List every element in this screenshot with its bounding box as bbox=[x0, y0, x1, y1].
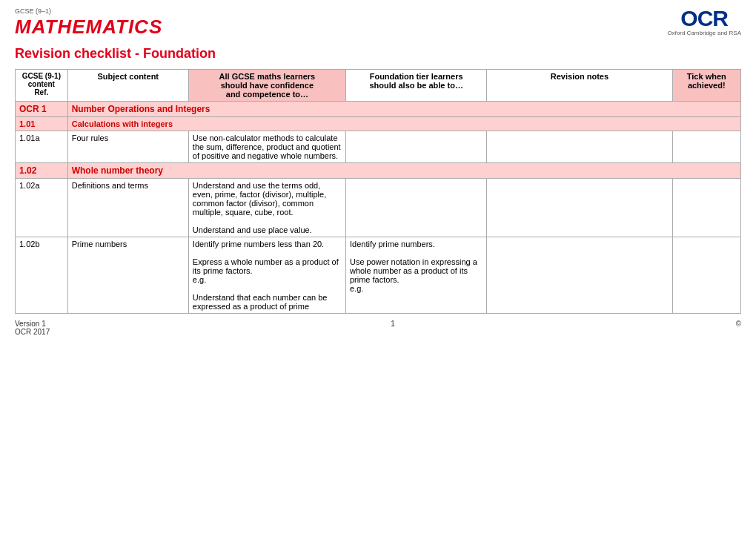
ocr-logo: OCR Oxford Cambridge and RSA bbox=[667, 7, 741, 36]
data-revision bbox=[487, 131, 672, 162]
gcse-label: GCSE (9–1) bbox=[15, 7, 162, 16]
data-all: Identify prime numbers less than 20.Expr… bbox=[188, 237, 345, 313]
ocr-subtitle: Oxford Cambridge and RSA bbox=[667, 30, 741, 36]
data-all: Understand and use the terms odd, even, … bbox=[188, 178, 345, 237]
data-ref: 1.01a bbox=[16, 131, 68, 162]
header: GCSE (9–1) MATHEMATICS OCR Oxford Cambri… bbox=[15, 7, 741, 39]
footer-center: 1 bbox=[50, 320, 735, 336]
data-foundation bbox=[345, 131, 486, 162]
col-header-subject: Subject content bbox=[67, 69, 188, 101]
table-row: OCR 1 Number Operations and Integers bbox=[16, 101, 741, 116]
col-header-all: All GCSE maths learnersshould have confi… bbox=[188, 69, 345, 101]
ocr-letters: OCR bbox=[680, 7, 728, 30]
section-subject: Whole number theory bbox=[67, 162, 740, 178]
page-container: GCSE (9–1) MATHEMATICS OCR Oxford Cambri… bbox=[0, 0, 756, 343]
table-row: 1.01a Four rules Use non-calculator meth… bbox=[16, 131, 741, 162]
table-row: 1.02 Whole number theory bbox=[16, 162, 741, 178]
data-foundation: Identify prime numbers.Use power notatio… bbox=[345, 237, 486, 313]
data-all: Use non-calculator methods to calculate … bbox=[188, 131, 345, 162]
table-row: 1.02a Definitions and terms Understand a… bbox=[16, 178, 741, 237]
page-title: Revision checklist - Foundation bbox=[15, 46, 741, 62]
math-title: MATHEMATICS bbox=[15, 16, 162, 39]
data-tick bbox=[672, 178, 740, 237]
subsection-subject: Calculations with integers bbox=[67, 116, 740, 131]
section-ref: 1.02 bbox=[16, 162, 68, 178]
col-header-ref: GCSE (9-1)contentRef. bbox=[16, 69, 68, 101]
data-subject: Four rules bbox=[67, 131, 188, 162]
revision-table: GCSE (9-1)contentRef. Subject content Al… bbox=[15, 69, 741, 314]
data-revision bbox=[487, 178, 672, 237]
table-row: 1.02b Prime numbers Identify prime numbe… bbox=[16, 237, 741, 313]
table-row: 1.01 Calculations with integers bbox=[16, 116, 741, 131]
col-header-foundation: Foundation tier learnersshould also be a… bbox=[345, 69, 486, 101]
footer-left: Version 1 OCR 2017 bbox=[15, 320, 50, 336]
section-subject: Number Operations and Integers bbox=[67, 101, 740, 116]
data-revision bbox=[487, 237, 672, 313]
data-tick bbox=[672, 131, 740, 162]
data-tick bbox=[672, 237, 740, 313]
data-ref: 1.02a bbox=[16, 178, 68, 237]
data-foundation bbox=[345, 178, 486, 237]
footer-right: © bbox=[736, 320, 741, 336]
data-ref: 1.02b bbox=[16, 237, 68, 313]
table-header-row: GCSE (9-1)contentRef. Subject content Al… bbox=[16, 69, 741, 101]
col-header-revision: Revision notes bbox=[487, 69, 672, 101]
subsection-ref: 1.01 bbox=[16, 116, 68, 131]
section-ref: OCR 1 bbox=[16, 101, 68, 116]
data-subject: Prime numbers bbox=[67, 237, 188, 313]
col-header-tick: Tick whenachieved! bbox=[672, 69, 740, 101]
left-logo: GCSE (9–1) MATHEMATICS bbox=[15, 7, 162, 39]
data-subject: Definitions and terms bbox=[67, 178, 188, 237]
footer: Version 1 OCR 2017 1 © bbox=[15, 320, 741, 336]
